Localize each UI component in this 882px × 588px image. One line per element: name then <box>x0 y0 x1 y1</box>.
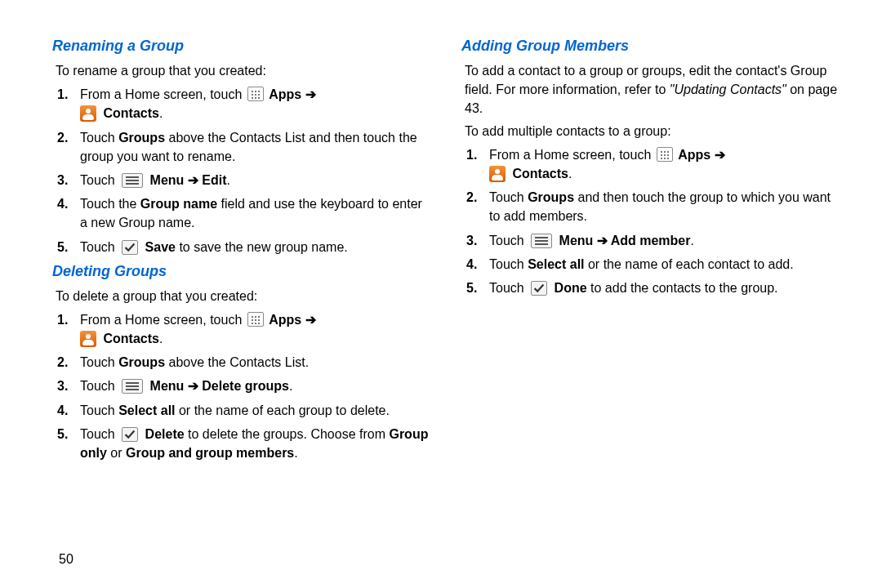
step-number: 3. <box>57 376 68 395</box>
step-number: 4. <box>466 255 477 274</box>
contacts-icon <box>80 105 96 122</box>
save-label: Save <box>145 240 176 254</box>
left-column: Renaming a Group To rename a group that … <box>56 31 432 467</box>
done-label: Done <box>555 281 587 295</box>
apps-grid-icon <box>247 87 264 101</box>
step-text: Touch <box>80 403 118 417</box>
punct: . <box>159 332 163 345</box>
bold: Select all <box>528 257 584 271</box>
step-number: 1. <box>57 310 68 329</box>
menu-label: Menu <box>559 234 594 247</box>
arrow-icon: ➔ <box>184 379 202 393</box>
step: 2. Touch Groups and then touch the group… <box>484 188 841 225</box>
step: 1. From a Home screen, touch Apps ➔ Cont… <box>75 310 432 348</box>
edit-label: Edit <box>202 173 226 187</box>
crossref: "Updating Contacts" <box>670 82 786 96</box>
checkmark-icon <box>122 240 138 255</box>
step-text: Touch <box>489 257 528 271</box>
menu-label: Menu <box>150 379 185 393</box>
contacts-icon <box>489 166 506 182</box>
step: 5. Touch Done to add the contacts to the… <box>484 278 841 297</box>
arrow-icon: ➔ <box>593 234 610 247</box>
step: 3. Touch Menu ➔ Add member. <box>484 231 841 250</box>
apps-label: Apps <box>269 313 301 327</box>
step-text: Touch <box>80 355 118 369</box>
step-number: 4. <box>57 194 68 213</box>
contacts-icon <box>80 331 96 347</box>
checkmark-icon <box>531 281 547 296</box>
add-member-label: Add member <box>611 234 691 247</box>
checkmark-icon <box>122 427 138 442</box>
heading-renaming-group: Renaming a Group <box>52 38 432 55</box>
page-number: 50 <box>59 552 74 567</box>
step-number: 5. <box>57 238 68 256</box>
punct: . <box>159 106 163 120</box>
step-text: to delete the groups. Choose from <box>185 427 390 441</box>
punct: . <box>690 234 693 247</box>
step: 4. Touch Select all or the name of each … <box>484 255 841 274</box>
step-number: 2. <box>57 128 68 147</box>
intro-adding-2: To add multiple contacts to a group: <box>465 122 841 140</box>
step-text: or <box>107 446 126 460</box>
step-number: 2. <box>57 353 68 372</box>
step: 4. Touch Select all or the name of each … <box>75 401 432 420</box>
steps-renaming: 1. From a Home screen, touch Apps ➔ Cont… <box>56 85 432 256</box>
menu-icon <box>531 234 552 248</box>
step-number: 2. <box>466 188 477 207</box>
step-text: From a Home screen, touch <box>80 313 246 327</box>
step-text: Touch <box>489 234 528 247</box>
step: 3. Touch Menu ➔ Delete groups. <box>75 376 432 395</box>
menu-icon <box>122 173 143 188</box>
apps-label: Apps <box>678 148 710 162</box>
step-text: Touch <box>80 427 118 441</box>
arrow-icon: ➔ <box>301 87 315 101</box>
step: 1. From a Home screen, touch Apps ➔ Cont… <box>484 145 841 183</box>
step-text: From a Home screen, touch <box>489 148 655 162</box>
delete-groups-label: Delete groups <box>202 379 289 393</box>
step: 4. Touch the Group name field and use th… <box>75 194 432 232</box>
apps-label: Apps <box>269 87 301 101</box>
intro-deleting: To delete a group that you created: <box>56 287 432 305</box>
right-column: Adding Group Members To add a contact to… <box>465 31 841 467</box>
step-text: above the Contacts List. <box>165 355 309 369</box>
menu-label: Menu <box>150 173 185 187</box>
document-page: Renaming a Group To rename a group that … <box>0 0 882 467</box>
step-number: 1. <box>466 145 477 164</box>
step: 2. Touch Groups above the Contacts List. <box>75 353 432 372</box>
step: 2. Touch Groups above the Contacts List … <box>75 128 432 166</box>
bold: Group and group members <box>126 446 294 460</box>
punct: . <box>289 379 292 393</box>
step-text: or the name of each contact to add. <box>585 257 794 271</box>
menu-icon <box>122 379 143 394</box>
step-number: 1. <box>57 85 68 104</box>
step-text: Touch <box>489 281 528 295</box>
arrow-icon: ➔ <box>301 313 315 327</box>
bold: Groups <box>118 355 165 369</box>
heading-adding-group-members: Adding Group Members <box>461 38 841 55</box>
contacts-label: Contacts <box>512 167 568 180</box>
apps-grid-icon <box>657 147 673 162</box>
step-number: 3. <box>57 171 68 189</box>
delete-label: Delete <box>145 427 185 441</box>
step: 5. Touch Delete to delete the groups. Ch… <box>75 425 432 462</box>
punct: . <box>294 446 297 460</box>
step: 3. Touch Menu ➔ Edit. <box>75 171 432 189</box>
arrow-icon: ➔ <box>710 148 724 162</box>
step-number: 5. <box>57 425 68 443</box>
step-text: or the name of each group to delete. <box>176 403 390 417</box>
contacts-label: Contacts <box>103 332 158 345</box>
steps-adding: 1. From a Home screen, touch Apps ➔ Cont… <box>465 145 841 297</box>
step-text: Touch <box>80 240 118 254</box>
step: 5. Touch Save to save the new group name… <box>75 238 432 256</box>
bold: Group name <box>140 197 217 211</box>
bold: Groups <box>528 190 574 204</box>
step-number: 4. <box>57 401 68 420</box>
step-text: Touch <box>80 131 118 145</box>
intro-renaming: To rename a group that you created: <box>56 61 432 80</box>
step: 1. From a Home screen, touch Apps ➔ Cont… <box>75 85 432 122</box>
step-text: Touch <box>80 173 118 187</box>
step-text: Touch <box>489 190 528 204</box>
punct: . <box>226 173 229 187</box>
steps-deleting: 1. From a Home screen, touch Apps ➔ Cont… <box>56 310 432 462</box>
step-text: Touch <box>80 379 118 393</box>
